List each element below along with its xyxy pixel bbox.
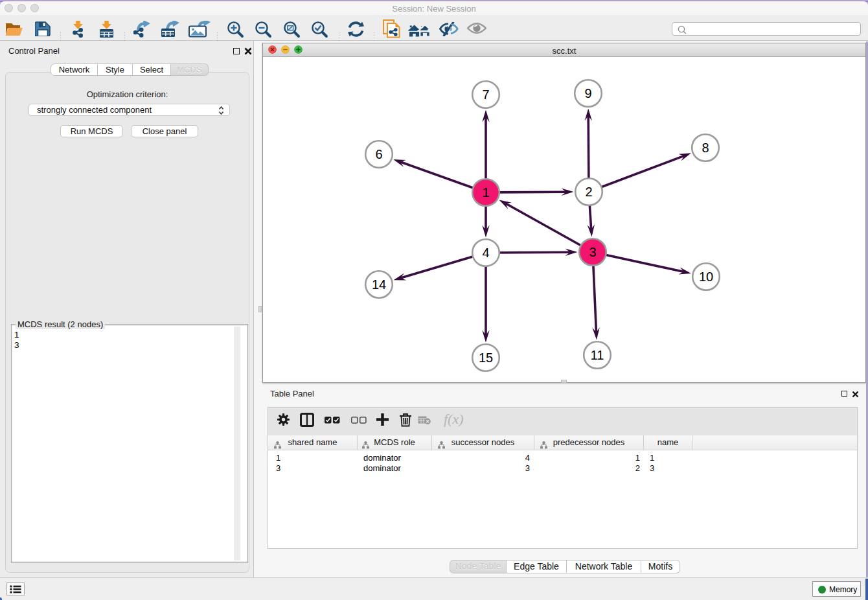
svg-text:10: 10 (699, 270, 713, 284)
svg-text:8: 8 (702, 141, 709, 155)
svg-text:7: 7 (482, 87, 489, 102)
svg-text:11: 11 (591, 348, 604, 362)
svg-text:1: 1 (482, 185, 489, 200)
svg-text:9: 9 (584, 86, 591, 100)
svg-text:3: 3 (589, 245, 596, 259)
svg-text:4: 4 (482, 246, 489, 260)
svg-text:2: 2 (585, 185, 592, 199)
svg-text:6: 6 (375, 147, 382, 161)
svg-text:14: 14 (372, 277, 386, 292)
svg-text:15: 15 (479, 351, 493, 365)
